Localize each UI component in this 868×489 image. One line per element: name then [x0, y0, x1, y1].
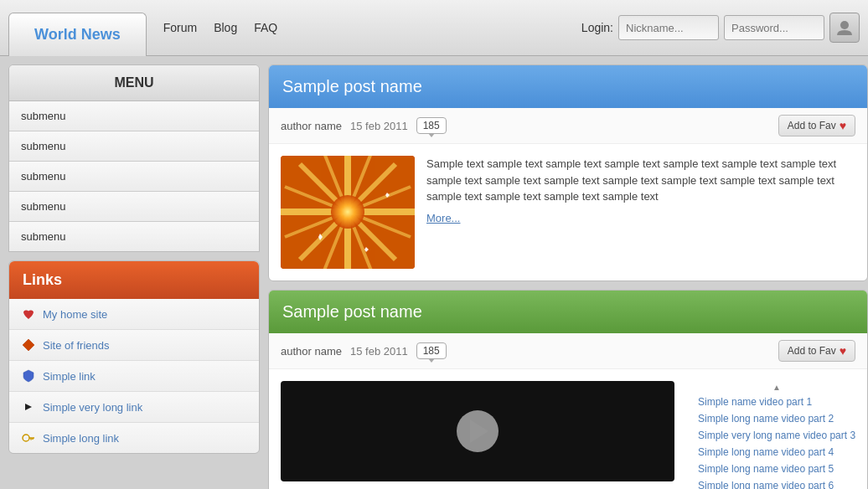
play-button[interactable] — [457, 410, 499, 452]
submenu-item-3[interactable]: submenu — [9, 162, 259, 192]
starburst-svg — [281, 156, 415, 269]
post-header-1: Sample post name — [269, 65, 867, 108]
play-icon — [470, 420, 488, 443]
logo-text: World News — [34, 26, 121, 44]
link-item-friends[interactable]: Site of friends — [9, 330, 259, 361]
link-item-home[interactable]: My home site — [9, 299, 259, 330]
scroll-up-icon[interactable]: ▲ — [698, 381, 855, 394]
playlist: ▲ Simple name video part 1 Simple long n… — [698, 381, 855, 489]
post-meta-1: author name 15 feb 2011 185 Add to Fav ♥ — [269, 108, 867, 144]
post-text-area-1: Sample text sample text sample text samp… — [426, 156, 855, 269]
svg-marker-1 — [23, 339, 34, 351]
link-text-simple: Simple link — [43, 370, 96, 383]
menu-box: MENU submenu submenu submenu submenu sub… — [8, 64, 260, 252]
add-fav-button-2[interactable]: Add to Fav ♥ — [778, 340, 855, 362]
arrow-icon — [21, 399, 36, 414]
main-layout: MENU submenu submenu submenu submenu sub… — [0, 56, 868, 489]
playlist-item-4[interactable]: Simple long name video part 4 — [698, 444, 855, 461]
fav-heart-icon-2: ♥ — [840, 344, 846, 358]
shield-icon — [21, 368, 36, 383]
svg-point-24 — [331, 195, 364, 229]
heart-icon — [21, 306, 36, 322]
playlist-item-3[interactable]: Simple very long name video part 3 — [698, 427, 855, 444]
add-fav-button-1[interactable]: Add to Fav ♥ — [778, 115, 855, 136]
author-1: author name — [281, 120, 342, 132]
link-item-simple[interactable]: Simple link — [9, 361, 259, 392]
author-2: author name — [281, 345, 342, 358]
avatar-button[interactable] — [829, 13, 860, 43]
add-fav-label-1: Add to Fav — [788, 120, 836, 131]
link-text-very-long: Simple very long link — [43, 401, 142, 414]
link-item-long[interactable]: Simple long link — [9, 423, 259, 453]
login-area: Login: — [581, 13, 860, 43]
add-fav-label-2: Add to Fav — [788, 345, 836, 357]
svg-point-3 — [23, 435, 29, 441]
date-2: 15 feb 2011 — [350, 345, 408, 358]
post-header-2: Sample post name — [269, 291, 867, 333]
link-text-long: Simple long link — [43, 432, 119, 445]
links-title: Links — [9, 261, 259, 299]
post-text-1: Sample text sample text sample text samp… — [426, 156, 855, 205]
post-image-1 — [281, 156, 415, 269]
svg-marker-2 — [25, 404, 32, 410]
links-box: Links My home site Site of friends Simpl… — [8, 260, 260, 454]
link-text-friends: Site of friends — [43, 339, 110, 352]
menu-title: MENU — [9, 65, 259, 101]
comment-count-2: 185 — [416, 342, 447, 359]
post-meta-2: author name 15 feb 2011 185 Add to Fav ♥ — [269, 333, 867, 369]
sidebar: MENU submenu submenu submenu submenu sub… — [8, 64, 260, 489]
playlist-item-5[interactable]: Simple long name video part 5 — [698, 461, 855, 477]
diamond-icon — [21, 337, 36, 353]
logo-tab[interactable]: World News — [8, 13, 147, 56]
svg-point-0 — [840, 21, 849, 29]
key-icon — [21, 430, 36, 445]
post-body-2: ▲ Simple name video part 1 Simple long n… — [269, 369, 867, 489]
more-link-1[interactable]: More... — [426, 212, 855, 224]
post-title-1: Sample post name — [282, 77, 422, 95]
header: World News Forum Blog FAQ Login: — [0, 0, 868, 56]
video-thumbnail[interactable] — [281, 381, 674, 481]
playlist-item-6[interactable]: Simple long name video part 6 — [698, 477, 855, 489]
content-area: Sample post name author name 15 feb 2011… — [268, 64, 868, 489]
nav-blog[interactable]: Blog — [214, 21, 237, 34]
submenu-item-2[interactable]: submenu — [9, 131, 259, 162]
submenu-item-5[interactable]: submenu — [9, 222, 259, 251]
avatar-icon — [835, 18, 854, 37]
post-card-2: Sample post name author name 15 feb 2011… — [268, 290, 868, 489]
link-item-very-long[interactable]: Simple very long link — [9, 392, 259, 423]
nickname-input[interactable] — [618, 15, 719, 40]
date-1: 15 feb 2011 — [350, 120, 408, 132]
submenu-item-1[interactable]: submenu — [9, 101, 259, 131]
main-nav: Forum Blog FAQ — [163, 21, 581, 34]
post-card-1: Sample post name author name 15 feb 2011… — [268, 64, 868, 281]
login-label: Login: — [581, 21, 613, 34]
playlist-item-1[interactable]: Simple name video part 1 — [698, 394, 855, 410]
comment-count-1: 185 — [416, 117, 447, 134]
nav-forum[interactable]: Forum — [163, 21, 197, 34]
playlist-item-2[interactable]: Simple long name video part 2 — [698, 410, 855, 427]
post-title-2: Sample post name — [282, 302, 422, 321]
submenu-item-4[interactable]: submenu — [9, 192, 259, 222]
link-text-home: My home site — [43, 308, 107, 321]
post-body-1: Sample text sample text sample text samp… — [269, 144, 867, 281]
fav-heart-icon-1: ♥ — [840, 119, 846, 132]
nav-faq[interactable]: FAQ — [254, 21, 277, 34]
password-input[interactable] — [724, 15, 824, 40]
